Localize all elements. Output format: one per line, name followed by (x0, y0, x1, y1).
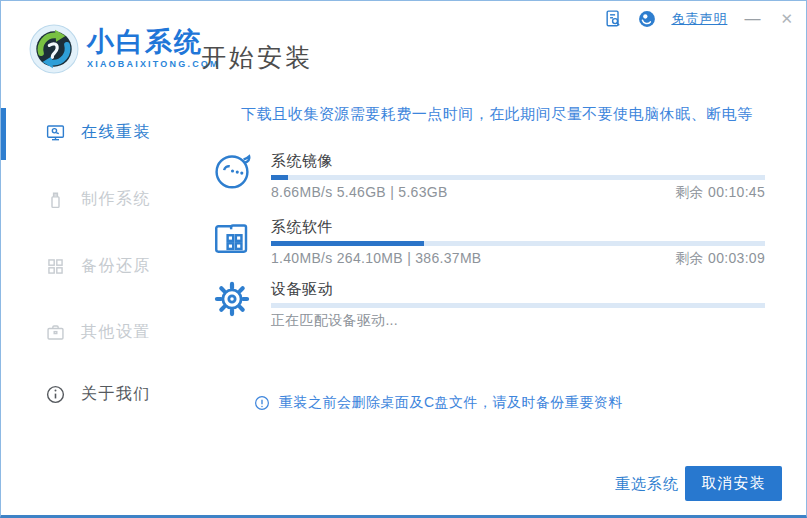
task-label: 系统软件 (271, 218, 765, 237)
sidebar-item-about-us[interactable]: 关于我们 (45, 384, 151, 405)
task-remaining-time: 剩余 00:03:09 (675, 250, 765, 268)
backup-note-text: 重装之前会删除桌面及C盘文件，请及时备份重要资料 (279, 394, 623, 412)
task-label: 系统镜像 (271, 152, 765, 171)
backup-note: 重装之前会删除桌面及C盘文件，请及时备份重要资料 (253, 394, 623, 412)
task-label: 设备驱动 (271, 280, 765, 299)
close-button[interactable]: ✕ (777, 9, 796, 29)
titlebar: 免责声明 — ✕ (603, 9, 796, 29)
progress-bar (271, 303, 765, 308)
cancel-install-button[interactable]: 取消安装 (685, 466, 782, 501)
download-warning-text: 下载且收集资源需要耗费一点时间，在此期间尽量不要使电脑休眠、断电等 (191, 105, 803, 124)
brand-name: 小白系统 (87, 28, 220, 56)
brand-block: 小白系统 XIAOBAIXITONG.COM (87, 28, 220, 69)
mascot-face-icon (211, 150, 253, 192)
reselect-system-button[interactable]: 重选系统 (611, 473, 683, 496)
task-row-system-software: 系统软件 1.40MB/s 264.10MB | 386.37MB 剩余 00:… (211, 218, 767, 270)
page-title: 开始安装 (201, 41, 313, 74)
monitor-reinstall-icon (45, 122, 66, 143)
file-search-icon[interactable] (603, 9, 623, 29)
progress-fill (271, 241, 424, 246)
sidebar-item-other-settings[interactable]: 其他设置 (45, 322, 151, 343)
sidebar-item-online-reinstall[interactable]: 在线重装 (45, 122, 151, 143)
briefcase-icon (45, 322, 66, 343)
folder-apps-icon (211, 216, 253, 258)
gear-icon (211, 278, 253, 320)
brand-domain: XIAOBAIXITONG.COM (87, 59, 220, 69)
info-icon (45, 384, 66, 405)
task-status: 正在匹配设备驱动... (271, 312, 398, 330)
disclaimer-link[interactable]: 免责声明 (671, 10, 727, 28)
sidebar-item-label: 备份还原 (81, 256, 151, 277)
sidebar-item-label: 其他设置 (81, 322, 151, 343)
sidebar-item-backup-restore[interactable]: 备份还原 (45, 256, 151, 277)
progress-bar (271, 175, 765, 180)
sidebar-item-label: 制作系统 (81, 189, 151, 210)
task-remaining-time: 剩余 00:10:45 (675, 184, 765, 202)
minimize-button[interactable]: — (741, 9, 763, 29)
support-avatar-icon[interactable] (637, 9, 657, 29)
sidebar-item-make-system[interactable]: 制作系统 (45, 189, 151, 210)
backup-grid-icon (45, 256, 66, 277)
sidebar-active-indicator (1, 108, 6, 160)
task-detail: 1.40MB/s 264.10MB | 386.37MB (271, 250, 481, 266)
task-detail: 8.66MB/s 5.46GB | 5.63GB (271, 184, 448, 200)
task-row-system-image: 系统镜像 8.66MB/s 5.46GB | 5.63GB 剩余 00:10:4… (211, 152, 767, 204)
alert-circle-icon (253, 394, 271, 412)
app-window: 小白系统 XIAOBAIXITONG.COM 开始安装 免责声明 — ✕ (0, 0, 807, 518)
sidebar-item-label: 在线重装 (81, 122, 151, 143)
sidebar-item-label: 关于我们 (81, 384, 151, 405)
progress-fill (271, 175, 288, 180)
app-logo-icon (29, 24, 79, 74)
task-row-device-drivers: 设备驱动 正在匹配设备驱动... (211, 280, 767, 332)
progress-bar (271, 241, 765, 246)
usb-drive-icon (45, 189, 66, 210)
